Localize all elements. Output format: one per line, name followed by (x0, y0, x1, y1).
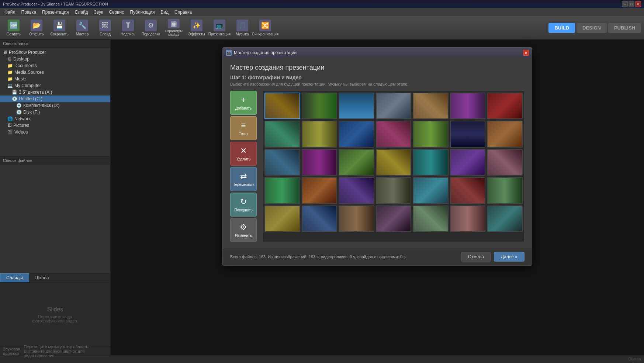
delete-button[interactable]: ✕ Удалить (230, 142, 257, 166)
thumbnail-1[interactable] (264, 93, 300, 119)
thumbnail-34[interactable] (450, 205, 486, 232)
menu-service[interactable]: Сервис (106, 9, 127, 15)
minimize-button[interactable]: ─ (622, 1, 628, 7)
music-label: Музыка (236, 32, 249, 36)
thumbnail-17[interactable] (339, 149, 374, 176)
thumbnail-19[interactable] (413, 149, 449, 176)
cancel-button[interactable]: Отмена (461, 252, 491, 262)
publish-button[interactable]: PUBLISH (608, 23, 641, 33)
tree-item-f-drive[interactable]: 💽 Disk (F:) (0, 109, 110, 115)
thumbnail-15[interactable] (264, 149, 300, 176)
toolbar-presentation[interactable]: 📺 Презентация (209, 17, 230, 38)
thumbnail-26[interactable] (413, 177, 449, 204)
tree-item-d-drive[interactable]: 💿 Компакт-диск (D:) (0, 102, 110, 109)
toolbar-create[interactable]: 🆕 Создать (3, 17, 24, 38)
thumbnail-20[interactable] (450, 149, 486, 176)
rotate-button[interactable]: ↻ Повернуть (230, 193, 257, 217)
toolbar-open[interactable]: 📂 Открыть (26, 17, 47, 38)
menu-file[interactable]: Файл (1, 9, 18, 15)
thumbnail-24[interactable] (339, 177, 374, 204)
tab-timeline[interactable]: Шкала (29, 273, 55, 282)
toolbar-effects[interactable]: ✨ Эффекты (186, 17, 207, 38)
documents-icon: 📁 (7, 63, 13, 68)
tree-item-media[interactable]: 📁 Media Sources (0, 69, 110, 76)
thumbnail-25[interactable] (376, 177, 412, 204)
toolbar-master[interactable]: 🔧 Мастер (72, 17, 93, 38)
menu-help[interactable]: Справка (172, 9, 195, 15)
thumbnail-18[interactable] (376, 149, 412, 176)
toolbar-slide[interactable]: 🖼 Слайд (94, 17, 116, 38)
thumbnail-12[interactable] (413, 121, 449, 147)
audio-bar: Звуковая дорожка Перетащите музыку в эту… (0, 347, 110, 355)
menu-sound[interactable]: Звук (91, 9, 106, 15)
open-icon: 📂 (31, 20, 42, 31)
image-grid-container[interactable] (263, 91, 524, 242)
thumbnail-35[interactable] (487, 205, 523, 232)
thumbnail-3[interactable] (339, 93, 374, 119)
thumbnail-21[interactable] (487, 149, 523, 176)
toolbar-sync[interactable]: 🔀 Синхронизация (255, 17, 276, 38)
params-label: Параметры слайда (165, 29, 183, 37)
thumbnail-23[interactable] (302, 177, 337, 204)
close-button[interactable]: ✕ (635, 1, 641, 7)
thumbnail-9[interactable] (302, 121, 337, 147)
toolbar-music[interactable]: 🎵 Музыка (232, 17, 253, 38)
thumbnail-31[interactable] (339, 205, 374, 232)
tree-item-documents[interactable]: 📁 Documents (0, 62, 110, 69)
toolbar-text[interactable]: T Надпись (117, 17, 139, 38)
image-grid (263, 91, 524, 234)
thumbnail-2[interactable] (302, 93, 337, 119)
build-button[interactable]: BUILD (548, 23, 575, 33)
menu-edit[interactable]: Правка (18, 9, 39, 15)
thumbnail-32[interactable] (376, 205, 412, 232)
thumbnail-13[interactable] (450, 121, 486, 147)
tree-item-network-label: Network (14, 116, 31, 121)
thumbnail-16[interactable] (302, 149, 337, 176)
thumbnail-28[interactable] (487, 177, 523, 204)
tree-item-network[interactable]: 🌐 Network (0, 115, 110, 122)
files-header: Список файлов (0, 157, 110, 165)
tree-item-videos[interactable]: 🎬 Videos (0, 129, 110, 135)
tree-item-mycomputer[interactable]: 💻 My Computer (0, 82, 110, 89)
thumbnail-5[interactable] (413, 93, 449, 119)
tree-item-c-drive[interactable]: 💽 Untitled (C:) (0, 96, 110, 102)
shuffle-button[interactable]: ⇄ Перемешать (230, 167, 257, 191)
save-label: Сохранить (50, 32, 69, 36)
thumbnail-8[interactable] (264, 121, 300, 147)
tree-item-floppy[interactable]: 💾 3.5" дискета (A:) (0, 89, 110, 96)
tree-item-pictures[interactable]: 🖼 Pictures (0, 122, 110, 129)
menu-publish[interactable]: Публикация (127, 9, 157, 15)
menu-view[interactable]: Вид (157, 9, 172, 15)
menu-presentation[interactable]: Презентация (39, 9, 72, 15)
tree-item-proshow[interactable]: 🖥 ProShow Producer (0, 49, 110, 56)
dialog-close-button[interactable]: ✕ (523, 50, 529, 56)
thumbnail-33[interactable] (413, 205, 449, 232)
design-button[interactable]: DESIGN (577, 23, 607, 33)
tab-slides[interactable]: Слайды (0, 273, 29, 282)
next-button[interactable]: Далее » (494, 252, 524, 262)
text-button[interactable]: ≡ Текст (230, 116, 257, 140)
thumbnail-10[interactable] (339, 121, 374, 147)
add-button[interactable]: + Добавить (230, 91, 257, 115)
params-icon: ▣ (168, 19, 180, 28)
toolbar-rework[interactable]: ⚙ Переделка (140, 17, 162, 38)
thumbnail-30[interactable] (302, 205, 337, 232)
thumbnail-4[interactable] (376, 93, 412, 119)
toolbar-save[interactable]: 💾 Сохранить (49, 17, 70, 38)
thumbnail-29[interactable] (264, 205, 300, 232)
thumbnail-6[interactable] (450, 93, 486, 119)
maximize-button[interactable]: □ (629, 1, 634, 7)
tree-item-music[interactable]: 📁 Music (0, 76, 110, 82)
tree-item-desktop[interactable]: 🖥 Desktop (0, 56, 110, 62)
change-button[interactable]: ⚙ Изменить (230, 218, 257, 242)
thumbnail-14[interactable] (487, 121, 523, 147)
toolbar-params[interactable]: ▣ Параметры слайда (163, 17, 184, 38)
thumbnail-27[interactable] (450, 177, 486, 204)
mycomputer-icon: 💻 (7, 83, 13, 88)
thumbnail-22[interactable] (264, 177, 300, 204)
thumbnail-11[interactable] (376, 121, 412, 147)
thumbnail-7[interactable] (487, 93, 523, 119)
tree-item-floppy-label: 3.5" дискета (A:) (19, 90, 52, 95)
dialog-titlebar: 🎬 Мастер создания презентации ✕ (223, 48, 532, 58)
menu-slide[interactable]: Слайд (72, 9, 91, 15)
